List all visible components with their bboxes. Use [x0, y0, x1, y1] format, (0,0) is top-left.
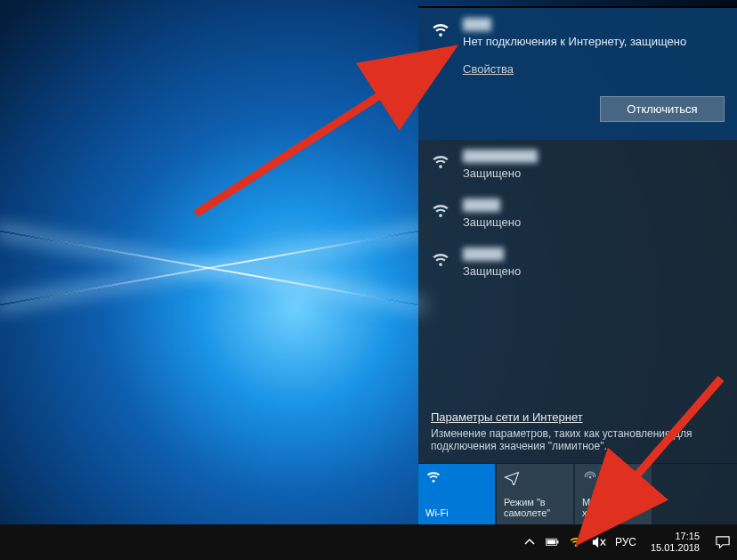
network-item-connected[interactable]: ████ Нет подключения к Интернету, защище… — [418, 8, 737, 140]
svg-line-4 — [196, 53, 445, 214]
network-ssid: ██████████ — [463, 150, 538, 163]
network-status: Нет подключения к Интернету, защищено — [463, 35, 725, 48]
clock-time: 17:15 — [651, 531, 700, 542]
svg-rect-2 — [557, 540, 559, 543]
tile-wifi[interactable]: Wi-Fi — [418, 464, 495, 524]
tile-airplane[interactable]: Режим "в самолете" — [497, 464, 573, 524]
network-settings-link[interactable]: Параметры сети и Интернет — [431, 410, 583, 424]
network-settings-description: Изменение параметров, таких как установл… — [431, 427, 725, 452]
airplane-icon — [504, 469, 520, 485]
action-center-icon[interactable] — [716, 535, 730, 549]
network-ssid: █████ — [463, 248, 504, 261]
taskbar: РУС 17:15 15.01.2018 — [0, 524, 737, 560]
wifi-icon — [431, 152, 452, 175]
network-status: Защищено — [463, 166, 725, 180]
other-networks: ██████████ Защищено █████ Защищено — [418, 140, 737, 287]
clock-date: 15.01.2018 — [651, 542, 700, 554]
network-item[interactable]: ██████████ Защищено — [418, 140, 737, 189]
network-status: Защищено — [463, 215, 725, 229]
network-status: Защищено — [463, 264, 725, 278]
network-item[interactable]: █████ Защищено — [418, 238, 737, 287]
disconnect-button[interactable]: Отключиться — [600, 96, 725, 122]
tile-label: Wi-Fi — [425, 507, 488, 519]
network-ssid: █████ — [463, 199, 500, 212]
network-icon[interactable] — [569, 535, 583, 549]
wifi-icon — [431, 20, 452, 44]
wifi-icon — [431, 201, 452, 224]
quick-tiles: Wi-Fi Режим "в самолете" Мобильный хот-с… — [418, 463, 737, 524]
wifi-icon — [425, 469, 441, 485]
network-flyout: ████ Нет подключения к Интернету, защище… — [418, 6, 737, 524]
tray-chevron-up-icon[interactable] — [522, 535, 537, 549]
network-settings-section: Параметры сети и Интернет Изменение пара… — [418, 402, 737, 463]
svg-rect-3 — [547, 540, 556, 545]
desktop: ████ Нет подключения к Интернету, защище… — [0, 0, 737, 560]
network-ssid: ████ — [463, 18, 491, 31]
language-indicator[interactable]: РУС — [615, 536, 636, 548]
svg-point-0 — [589, 476, 592, 479]
clock[interactable]: 17:15 15.01.2018 — [651, 531, 700, 553]
battery-icon[interactable] — [546, 535, 560, 549]
tile-label: Мобильный хот-спот — [582, 497, 644, 519]
system-tray: РУС 17:15 15.01.2018 — [522, 531, 730, 553]
network-item[interactable]: █████ Защищено — [418, 189, 737, 238]
hotspot-icon — [582, 469, 598, 485]
tile-label: Режим "в самолете" — [504, 497, 566, 519]
wifi-icon — [431, 250, 452, 273]
network-list: ████ Нет подключения к Интернету, защище… — [418, 8, 737, 402]
tile-hotspot[interactable]: Мобильный хот-спот — [575, 464, 652, 524]
volume-muted-icon[interactable] — [592, 535, 606, 549]
properties-link[interactable]: Свойства — [463, 62, 514, 76]
